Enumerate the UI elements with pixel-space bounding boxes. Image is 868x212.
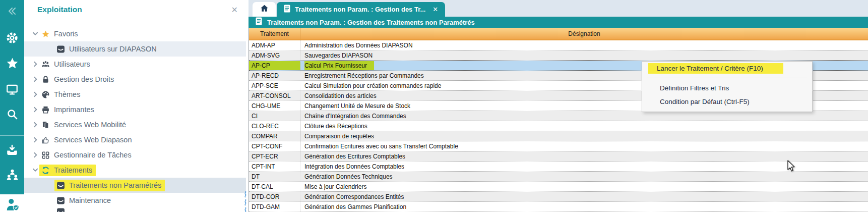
cell-traitement[interactable]: ADM-AP <box>249 40 300 50</box>
cell-traitement[interactable]: DTD-COR <box>249 192 300 201</box>
tree-item-body: Imprimantes <box>39 104 98 116</box>
home-icon <box>260 4 269 15</box>
chevron-right-icon[interactable] <box>32 106 39 113</box>
cell-designation[interactable]: Intégration des Données Comptables <box>300 162 868 171</box>
column-header-designation[interactable]: Désignation <box>300 28 868 39</box>
cell-designation[interactable]: Comparaison de requêtes <box>300 131 868 141</box>
cell-traitement[interactable]: COMPAR <box>249 131 300 141</box>
cell-designation[interactable]: Génération des Ecritures Comptables <box>300 151 868 161</box>
navigation-panel: Exploitation ✕ FavorisUtilisateurs sur D… <box>24 0 246 212</box>
search-icon[interactable] <box>0 108 24 121</box>
tree-item-services-web-mobilite[interactable]: Services Web Mobilité <box>24 117 246 132</box>
tree-item-services-web-diapason[interactable]: Services Web Diapason <box>24 132 246 147</box>
table-row-adm-svg[interactable]: ADM-SVGSauvegardes DIAPASON <box>249 50 868 61</box>
cell-traitement[interactable]: AP-RECD <box>249 71 300 80</box>
star-icon <box>41 30 50 38</box>
table-row-clo-rec[interactable]: CLO-RECClôture des Réceptions <box>249 121 868 131</box>
display-monitor-icon[interactable] <box>0 83 24 96</box>
chevron-right-icon[interactable] <box>32 136 39 143</box>
tree-item-gestionnaire-de-taches[interactable]: Gestionnaire de Tâches <box>24 147 246 163</box>
cell-traitement[interactable]: CHG-UME <box>249 101 300 111</box>
cell-designation[interactable]: Clôture des Réceptions <box>300 121 868 131</box>
window-title-bar: Traitements non Param. : Gestion des Tra… <box>249 17 868 28</box>
table-row-cpt-ecr[interactable]: CPT-ECRGénération des Ecritures Comptabl… <box>249 151 868 162</box>
chevron-right-icon[interactable] <box>32 121 39 128</box>
chevron-down-icon[interactable] <box>32 167 39 174</box>
table-row-cpt-conf[interactable]: CPT-CONFConfirmation Ecritures avec ou s… <box>249 141 868 151</box>
collapse-panel-icon[interactable] <box>0 6 24 16</box>
cell-traitement[interactable]: DT-CAL <box>249 182 300 191</box>
cell-designation[interactable]: Génération Correspondances Entités <box>300 192 868 201</box>
menu-item-label: Définition Filtres et Tris <box>657 83 732 93</box>
tree-item-label: Gestionnaire de Tâches <box>54 151 132 159</box>
menu-item-lancer-le-traitement-critere-f10[interactable]: Lancer le Traitement / Critère (F10) <box>642 62 812 75</box>
cell-designation[interactable]: Administration des Données DIAPASON <box>300 40 868 50</box>
table-row-compar[interactable]: COMPARComparaison de requêtes <box>249 131 868 141</box>
rail-lower-group <box>0 135 24 194</box>
table-row-ci[interactable]: CIChaîne d'Intégration des Commandes <box>249 111 868 121</box>
cell-designation[interactable]: Mise à jour Calendriers <box>300 182 868 191</box>
menu-item-label: Lancer le Traitement / Critère (F10) <box>648 63 783 74</box>
settings-gear-icon[interactable] <box>0 31 24 44</box>
inbox-download-icon[interactable] <box>0 144 24 157</box>
tree-item-label: Imprimantes <box>54 105 94 114</box>
tab-traitements-non-param[interactable]: Traitements non Param. : Gestion des Tr.… <box>277 2 445 17</box>
chevron-right-icon[interactable] <box>32 91 39 98</box>
table-row-dtd-cor[interactable]: DTD-CORGénération Correspondances Entité… <box>249 192 868 202</box>
cell-designation[interactable]: Génération des Gammes Planification <box>300 202 868 211</box>
organization-users-icon[interactable] <box>0 168 24 182</box>
table-row-dtd-gam[interactable]: DTD-GAMGénération des Gammes Planificati… <box>249 202 868 212</box>
cell-traitement[interactable]: AP-CP <box>249 61 300 70</box>
tree-item-utilisateurs-sur-diapason[interactable]: Utilisateurs sur DIAPASON <box>24 41 246 57</box>
favorites-star-icon[interactable] <box>0 57 24 70</box>
cell-traitement[interactable]: CPT-ECR <box>249 151 300 161</box>
tab-home[interactable] <box>253 2 276 17</box>
chevron-right-icon[interactable] <box>32 61 39 68</box>
grid-header: Traitement Désignation <box>249 28 868 40</box>
cell-traitement[interactable]: CPT-INT <box>249 162 300 171</box>
chevron-down-icon[interactable] <box>32 30 39 37</box>
cell-traitement[interactable]: DTD-GAM <box>249 202 300 211</box>
tree-item-gestion-des-droits[interactable]: Gestion des Droits <box>24 72 246 87</box>
tree-item-label: Services Web Mobilité <box>54 121 126 129</box>
table-row-dt-cal[interactable]: DT-CALMise à jour Calendriers <box>249 182 868 192</box>
cell-designation[interactable]: Sauvegardes DIAPASON <box>300 50 868 60</box>
tree-item-traitements[interactable]: Traitements <box>24 163 246 178</box>
tab-close-icon[interactable]: ✕ <box>432 6 438 13</box>
tree-item-partial[interactable] <box>24 204 246 212</box>
menu-item-condition-par-defaut-ctrl-f5[interactable]: Condition par Défaut (Ctrl-F5) <box>642 95 812 109</box>
table-row-dt[interactable]: DTGénération Données Techniques <box>249 172 868 182</box>
cell-traitement[interactable]: CLO-REC <box>249 121 300 131</box>
cell-traitement[interactable]: CI <box>249 111 300 121</box>
user-shield-icon[interactable] <box>6 197 20 212</box>
panel-scroll-dots-icon[interactable] <box>243 190 247 212</box>
cell-designation[interactable]: Confirmation Ecritures avec ou sans Tran… <box>300 141 868 151</box>
cell-designation[interactable]: Génération Données Techniques <box>300 172 868 181</box>
palette-icon <box>41 90 50 99</box>
tree-item-label: Utilisateurs sur DIAPASON <box>69 45 157 53</box>
tree-item-themes[interactable]: Thèmes <box>24 87 246 102</box>
pages-icon <box>41 121 50 129</box>
thumb-up-icon <box>41 136 50 144</box>
grid-icon <box>41 151 50 160</box>
tree-item-utilisateurs[interactable]: Utilisateurs <box>24 57 246 72</box>
tree-item-favoris[interactable]: Favoris <box>24 26 246 41</box>
inbox-icon <box>56 45 65 54</box>
tree-item-body: Services Web Diapason <box>39 134 135 146</box>
column-header-traitement[interactable]: Traitement <box>249 28 300 39</box>
chevron-right-icon[interactable] <box>32 151 39 158</box>
cell-traitement[interactable]: CPT-CONF <box>249 141 300 151</box>
cell-designation[interactable]: Chaîne d'Intégration des Commandes <box>300 111 868 121</box>
cell-traitement[interactable]: DT <box>249 172 300 181</box>
table-row-cpt-int[interactable]: CPT-INTIntégration des Données Comptable… <box>249 162 868 172</box>
table-row-adm-ap[interactable]: ADM-APAdministration des Données DIAPASO… <box>249 40 868 50</box>
cell-traitement[interactable]: ADM-SVG <box>249 50 300 60</box>
cell-traitement[interactable]: ART-CONSOL <box>249 91 300 100</box>
cell-traitement[interactable]: APP-SCE <box>249 81 300 90</box>
navigation-tree: FavorisUtilisateurs sur DIAPASONUtilisat… <box>24 0 246 212</box>
chevron-right-icon[interactable] <box>32 76 39 83</box>
tree-item-traitements-non-parametres[interactable]: Traitements non Paramétrés <box>24 178 246 193</box>
tree-item-label: Thèmes <box>54 90 80 98</box>
tree-item-imprimantes[interactable]: Imprimantes <box>24 102 246 117</box>
menu-item-definition-filtres-et-tris[interactable]: Définition Filtres et Tris <box>642 81 812 95</box>
